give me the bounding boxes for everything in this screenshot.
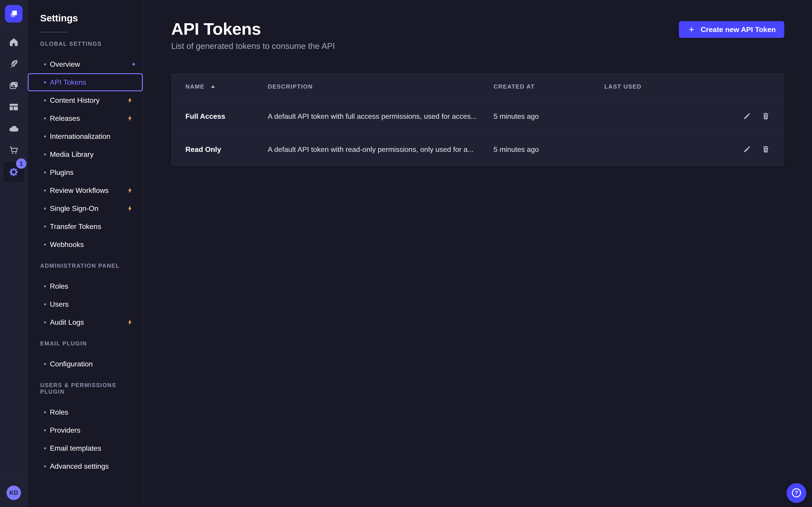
subnav-item-advanced-settings[interactable]: Advanced settings <box>28 457 143 475</box>
api-tokens-table: NAMEDESCRIPTIONCREATED ATLAST USED Full … <box>171 73 784 166</box>
subnav-item-media-library[interactable]: Media Library <box>28 145 143 163</box>
trash-icon <box>761 145 770 154</box>
nav-marketplace[interactable] <box>8 145 19 156</box>
edit-token-button[interactable] <box>743 145 751 154</box>
subnav-item-audit-logs[interactable]: Audit Logs <box>28 313 143 331</box>
token-description-cell: A default API token with read-only permi… <box>268 145 494 154</box>
column-header-name[interactable]: NAME <box>186 83 268 90</box>
token-created-at-cell: 5 minutes ago <box>494 145 604 154</box>
subnav-item-email-templates[interactable]: Email templates <box>28 439 143 457</box>
subnav-item-label: Email templates <box>50 444 101 452</box>
column-header-label: CREATED AT <box>494 83 535 90</box>
nav-settings[interactable]: 1 <box>8 167 19 177</box>
lightning-icon <box>126 205 133 212</box>
svg-text:?: ? <box>795 490 798 496</box>
bullet-icon <box>44 363 46 365</box>
subnav-item-review-workflows[interactable]: Review Workflows <box>28 181 143 200</box>
help-button[interactable]: ? <box>786 483 806 503</box>
pencil-icon <box>743 145 751 154</box>
nav-content-type-builder[interactable] <box>8 58 19 69</box>
logo-container <box>0 0 28 28</box>
subnav-item-overview[interactable]: Overview <box>28 55 143 73</box>
subnav-item-label: Roles <box>50 282 68 290</box>
column-header-label: LAST USED <box>604 83 642 90</box>
bullet-icon <box>44 135 46 137</box>
column-header-created-at: CREATED AT <box>494 83 604 90</box>
bullet-icon <box>44 208 46 210</box>
plus-icon <box>688 25 696 34</box>
bullet-icon <box>44 117 46 119</box>
avatar[interactable]: KD <box>6 486 21 500</box>
subnav-item-label: Single Sign-On <box>50 205 98 213</box>
create-api-token-button[interactable]: Create new API Token <box>679 21 784 38</box>
token-created-at-cell: 5 minutes ago <box>494 112 604 121</box>
subnav-item-configuration[interactable]: Configuration <box>28 355 143 373</box>
subnav-item-providers[interactable]: Providers <box>28 421 143 439</box>
bullet-icon <box>44 321 46 323</box>
subnav-section-label: USERS & PERMISSIONS PLUGIN <box>40 382 143 395</box>
subnav-item-transfer-tokens[interactable]: Transfer Tokens <box>28 217 143 235</box>
subnav-item-roles[interactable]: Roles <box>28 277 143 295</box>
subnav-divider <box>40 32 67 33</box>
table-row[interactable]: Read OnlyA default API token with read-o… <box>171 133 784 166</box>
nav-home[interactable] <box>8 37 19 48</box>
bullet-icon <box>44 429 46 431</box>
delete-token-button[interactable] <box>761 112 770 121</box>
edit-token-button[interactable] <box>743 112 751 121</box>
page-header-text: API Tokens List of generated tokens to c… <box>171 20 335 51</box>
lightning-icon <box>126 319 133 326</box>
table-body: Full AccessA default API token with full… <box>171 100 784 166</box>
page-subtitle: List of generated tokens to consume the … <box>171 42 335 51</box>
subnav-item-internationalization[interactable]: Internationalization <box>28 127 143 145</box>
subnav-item-label: API Tokens <box>50 78 86 87</box>
column-header-description: DESCRIPTION <box>268 83 494 90</box>
row-actions <box>730 112 770 121</box>
bullet-icon <box>44 81 46 83</box>
delete-token-button[interactable] <box>761 145 770 154</box>
subnav-item-label: Configuration <box>50 360 93 368</box>
pencil-icon <box>743 112 751 121</box>
subnav-item-label: Providers <box>50 426 80 435</box>
nav-deploy[interactable] <box>8 123 19 134</box>
bullet-icon <box>44 465 46 467</box>
nav-media-library[interactable] <box>8 80 19 91</box>
subnav-item-label: Overview <box>50 60 80 68</box>
subnav-item-webhooks[interactable]: Webhooks <box>28 235 143 253</box>
main-content: API Tokens List of generated tokens to c… <box>143 0 812 507</box>
subnav-item-content-history[interactable]: Content History <box>28 91 143 109</box>
table-header-row: NAMEDESCRIPTIONCREATED ATLAST USED <box>171 73 784 100</box>
column-header-label: DESCRIPTION <box>268 83 313 90</box>
notification-dot <box>133 63 135 66</box>
token-name-cell: Full Access <box>186 112 268 121</box>
bullet-icon <box>44 99 46 101</box>
subnav-section-label: GLOBAL SETTINGS <box>40 41 143 47</box>
row-actions <box>730 145 770 154</box>
bullet-icon <box>44 226 46 228</box>
table-row[interactable]: Full AccessA default API token with full… <box>171 100 784 133</box>
lightning-icon <box>126 187 133 194</box>
subnav-sections: GLOBAL SETTINGSOverviewAPI TokensContent… <box>28 41 143 475</box>
subnav-title: Settings <box>40 13 143 24</box>
subnav-item-releases[interactable]: Releases <box>28 109 143 127</box>
subnav-item-label: Media Library <box>50 150 94 159</box>
media-icon <box>9 80 19 91</box>
subnav-item-label: Plugins <box>50 168 73 177</box>
bullet-icon <box>44 63 46 65</box>
subnav-item-single-sign-on[interactable]: Single Sign-On <box>28 200 143 217</box>
subnav-item-label: Review Workflows <box>50 186 109 195</box>
subnav-item-roles[interactable]: Roles <box>28 403 143 421</box>
subnav-section-label: ADMINISTRATION PANEL <box>40 263 143 269</box>
subnav-item-users[interactable]: Users <box>28 295 143 313</box>
subnav-section: ADMINISTRATION PANELRolesUsersAudit Logs <box>28 263 143 331</box>
nav-content-manager[interactable] <box>8 102 19 112</box>
subnav-item-label: Roles <box>50 408 68 416</box>
layout-icon <box>9 102 19 112</box>
icon-sidebar: 1 KD <box>0 0 28 507</box>
bullet-icon <box>44 189 46 191</box>
strapi-logo-icon[interactable] <box>5 5 22 22</box>
subnav-item-api-tokens[interactable]: API Tokens <box>28 73 143 91</box>
subnav-item-plugins[interactable]: Plugins <box>28 163 143 181</box>
subnav-item-label: Users <box>50 300 69 308</box>
lightning-icon <box>126 97 133 104</box>
subnav-item-label: Advanced settings <box>50 462 109 470</box>
